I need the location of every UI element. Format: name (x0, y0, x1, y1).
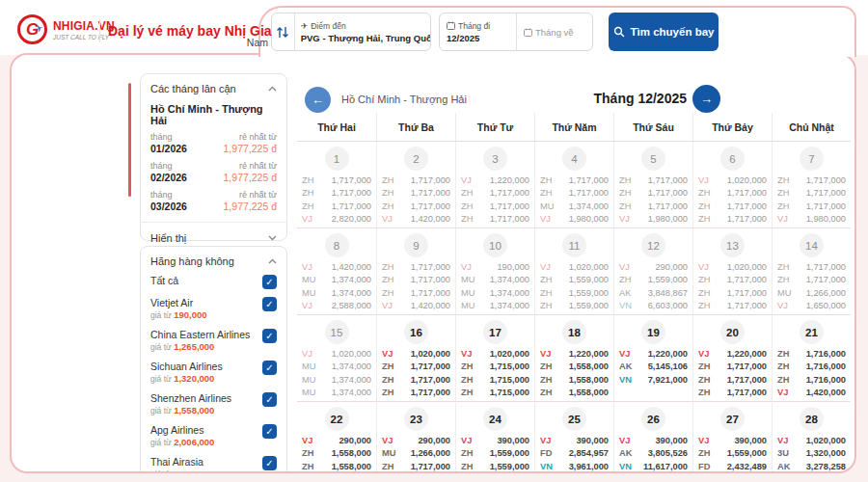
fare-row: VJ290,000 (377, 435, 455, 447)
calendar-day-cell[interactable]: 5 ZH1,717,000ZH1,717,000ZH1,717,000VJ1,9… (613, 142, 692, 228)
calendar-day-cell[interactable]: 10 VJ190,000MU1,374,000MU1,374,000MU1,37… (455, 228, 534, 315)
calendar-day-cell[interactable]: 25 VJ390,000FD2,854,957VN3,961,000 (534, 402, 613, 473)
fare-row: ZH1,715,000 (456, 374, 534, 387)
brand-text[interactable]: NHIGIA.VN JUST CALL TO FLY (53, 19, 115, 40)
calendar-route-label: Hồ Chí Minh - Thượng Hải (341, 94, 467, 105)
calendar-day-cell[interactable]: 28 VJ1,020,0003U1,320,000AK3,278,258VN6,… (772, 402, 851, 473)
airline-name: Thai Airasia (150, 456, 214, 468)
fare-price: 290,000 (655, 261, 688, 274)
cheapest-label: rẻ nhất từ (239, 189, 277, 201)
next-month-button[interactable]: → (692, 85, 720, 113)
fare-price: 390,000 (655, 435, 688, 447)
airline-checkbox[interactable]: ✓ (262, 392, 277, 407)
airlines-list: Tất cả ✓ Vietjet Air giá từ 190,000 ✓ Ch… (150, 275, 277, 473)
airline-code: MU (302, 361, 315, 373)
airline-code: FD (540, 447, 552, 460)
calendar-day-cell[interactable]: 3 VJ1,220,000ZH1,717,000ZH1,717,000ZH1,7… (455, 142, 534, 228)
calendar-day-cell[interactable]: 14 ZH1,717,000ZH1,717,000MU1,266,000VJ1,… (772, 228, 851, 315)
fare-price: 1,717,000 (569, 187, 609, 200)
fare-price: 1,717,000 (806, 261, 846, 274)
airline-code: ZH (382, 361, 393, 373)
month-value: 01/2026 (150, 143, 187, 155)
calendar-day-cell[interactable]: 23 VJ290,000MU1,266,000ZH1,717,000ZH1,71… (376, 402, 455, 473)
fare-price: 1,559,000 (648, 274, 688, 286)
nearby-months-header[interactable]: Các tháng lân cận (150, 83, 277, 94)
calendar-day-cell[interactable]: 15 VJ1,020,000MU1,374,000MU1,374,000MU1,… (297, 315, 376, 402)
calendar-day-cell[interactable]: 21 ZH1,716,000ZH1,716,000ZH1,716,000VJ1,… (772, 315, 851, 402)
fare-list: VJ1,220,000ZH1,717,000ZH1,717,000ZH1,717… (693, 348, 772, 400)
fare-row: VJ290,000 (614, 261, 692, 274)
calendar-day-cell[interactable]: 27 VJ390,000ZH1,559,000FD2,432,489VN6,60… (692, 402, 772, 473)
airline-filter-row[interactable]: Tất cả ✓ (150, 275, 277, 289)
fare-row: VJ1,980,000 (614, 213, 692, 226)
fare-row: ZH1,717,000 (297, 174, 376, 187)
calendar-day-cell[interactable]: 26 VJ390,000AK3,805,526VN11,617,000 (613, 402, 692, 473)
airline-filter-row[interactable]: Apg Airlines giá từ 2,006,000 ✓ (150, 424, 277, 448)
fare-row: AK3,848,867 (614, 287, 692, 300)
airline-code: VJ (461, 348, 472, 361)
airline-name: Apg Airlines (150, 424, 214, 436)
airline-price-from: giá từ 190,000 (150, 309, 206, 321)
fare-price: 190,000 (497, 261, 529, 274)
calendar-day-cell[interactable]: 9 ZH1,717,000ZH1,717,000ZH1,717,000VJ1,4… (376, 228, 455, 315)
fare-price: 1,717,000 (727, 300, 767, 312)
airline-code: VJ (302, 213, 312, 226)
airline-filter-row[interactable]: Shenzhen Airlines giá từ 1,558,000 ✓ (150, 392, 277, 416)
swap-icon (276, 25, 289, 40)
nearby-month-row[interactable]: thángrẻ nhất từ 03/20261,977,225 đ (150, 189, 277, 213)
airlines-header[interactable]: Hãng hàng không (150, 255, 277, 267)
calendar-day-cell[interactable]: 18 VJ1,220,000ZH1,558,000ZH1,558,000ZH1,… (534, 315, 613, 402)
airline-checkbox[interactable]: ✓ (262, 297, 277, 311)
previous-month-button[interactable]: ← (305, 87, 331, 113)
calendar-day-cell[interactable]: 11 VJ1,020,000ZH1,559,000ZH1,559,000ZH1,… (534, 228, 613, 315)
fare-price: 1,020,000 (727, 174, 767, 187)
swap-zone[interactable] (272, 13, 295, 50)
calendar-day-cell[interactable]: 16 VJ1,020,000ZH1,717,000ZH1,717,000ZH1,… (376, 315, 455, 402)
calendar-day-cell[interactable]: 24 VJ390,000ZH1,559,000ZH1,559,000ZH1,55… (455, 402, 534, 473)
fare-price: 1,717,000 (332, 201, 371, 213)
nearby-month-row[interactable]: thángrẻ nhất từ 02/20261,977,225 đ (150, 160, 277, 184)
fare-row: VJ1,020,000 (297, 348, 376, 361)
chevron-down-icon (268, 235, 277, 241)
airline-filter-row[interactable]: China Eastern Airlines giá từ 1,265,000 … (150, 329, 277, 353)
airline-checkbox[interactable]: ✓ (262, 456, 277, 470)
fare-price: 3,961,000 (569, 461, 609, 473)
airline-checkbox[interactable]: ✓ (262, 275, 277, 289)
calendar-day-cell[interactable]: 20 VJ1,220,000ZH1,717,000ZH1,717,000ZH1,… (692, 315, 772, 402)
airline-code: ZH (302, 461, 313, 473)
airline-code: VJ (382, 435, 393, 447)
airline-filter-row[interactable]: Vietjet Air giá từ 190,000 ✓ (150, 297, 277, 321)
airline-checkbox[interactable]: ✓ (262, 329, 277, 343)
calendar-day-cell[interactable]: 12 VJ290,000ZH1,559,000AK3,848,867VN6,60… (613, 228, 692, 315)
calendar-day-cell[interactable]: 19 VJ1,220,000AK5,145,106VN7,921,000 (613, 315, 692, 402)
return-month-field[interactable]: Tháng về (516, 13, 592, 50)
sidebar-scrollbar-thumb[interactable] (128, 83, 131, 197)
airline-filter-row[interactable]: Thai Airasia giá từ 2,432,489 ✓ (150, 456, 277, 473)
calendar-day-cell[interactable]: 2 ZH1,717,000ZH1,717,000ZH1,717,000VJ1,4… (376, 142, 455, 228)
display-section-header[interactable]: Hiển thị (150, 232, 277, 244)
calendar-day-cell[interactable]: 17 VJ1,020,000ZH1,715,000ZH1,715,000ZH1,… (455, 315, 534, 402)
fare-list: ZH1,717,000ZH1,717,000ZH1,717,000VJ1,420… (377, 261, 455, 313)
calendar-day-cell[interactable]: 1 ZH1,717,000ZH1,717,000ZH1,717,000VJ2,8… (297, 142, 376, 228)
airline-filter-row[interactable]: Sichuan Airlines giá từ 1,320,000 ✓ (150, 361, 277, 385)
airline-code: ZH (461, 374, 473, 387)
destination-field[interactable]: ✈Điểm đến PVG - Thượng Hải, Trung Quốc (271, 13, 431, 51)
calendar-day-cell[interactable]: 13 VJ1,020,000ZH1,717,000ZH1,717,000ZH1,… (692, 228, 772, 315)
day-number: 3 (483, 147, 507, 171)
fare-price: 1,717,000 (332, 187, 371, 200)
calendar-day-cell[interactable]: 4 ZH1,717,000ZH1,717,000MU1,374,000VJ1,9… (534, 142, 613, 228)
calendar-day-cell[interactable]: 7 ZH1,717,000ZH1,717,000ZH1,717,000VJ1,9… (772, 142, 851, 228)
airline-code: VJ (382, 213, 393, 226)
calendar-day-cell[interactable]: 6 VJ1,020,000ZH1,717,000ZH1,717,000ZH1,7… (692, 142, 772, 228)
depart-month-field[interactable]: Tháng đi 12/2025 (440, 13, 516, 50)
airline-checkbox[interactable]: ✓ (262, 361, 277, 375)
airline-checkbox[interactable]: ✓ (262, 424, 277, 439)
fare-calendar-grid: 1 ZH1,717,000ZH1,717,000ZH1,717,000VJ2,8… (297, 142, 851, 473)
nearby-month-row[interactable]: thángrẻ nhất từ 01/20261,977,225 đ (150, 131, 277, 155)
fare-price: 2,432,489 (727, 461, 767, 473)
calendar-day-cell[interactable]: 8 VJ1,420,000MU1,374,000MU1,374,000VJ2,5… (297, 228, 376, 315)
fare-price: 2,820,000 (332, 213, 371, 226)
search-flights-button[interactable]: Tìm chuyến bay (609, 13, 719, 51)
calendar-day-cell[interactable]: 22 VJ290,000ZH1,558,000ZH1,558,000ZH1,55… (297, 402, 376, 473)
fare-price: 1,558,000 (569, 387, 609, 399)
